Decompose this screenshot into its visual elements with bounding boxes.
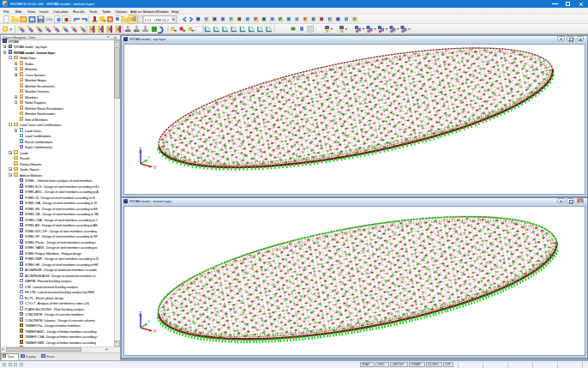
svg-text:X: X	[153, 329, 157, 333]
svg-text:LC1 : LFW 01.2: LC1 : LFW 01.2	[145, 18, 170, 22]
svg-text:X: X	[153, 165, 157, 169]
svg-text:Y: Y	[147, 319, 151, 324]
svg-text:Y: Y	[147, 155, 151, 160]
svg-text:Z: Z	[139, 311, 141, 316]
svg-text:Z: Z	[139, 147, 141, 152]
